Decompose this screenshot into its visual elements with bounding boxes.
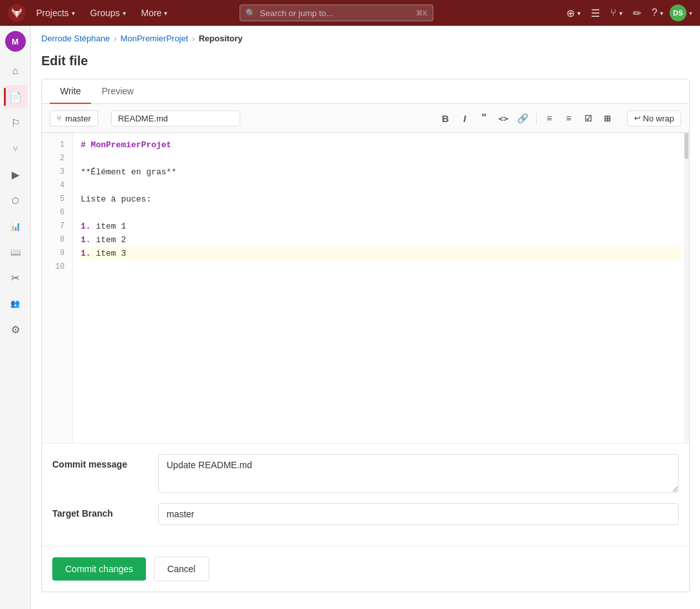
edit-icon-btn[interactable]: ✏ [629, 5, 645, 22]
bold-button[interactable]: B [437, 109, 455, 127]
home-icon: ⌂ [12, 65, 19, 77]
topnav: Projects ▾ Groups ▾ More ▾ 🔍 Search or j… [0, 0, 700, 26]
line-num-6: 6 [42, 206, 72, 220]
code-line-10 [81, 260, 681, 274]
table-button[interactable]: ⊞ [599, 109, 617, 127]
code-editor[interactable]: 1 2 3 4 5 6 7 8 9 10 # MonPremierProjet [42, 133, 689, 443]
breadcrumb: Derrode Stéphane › MonPremierProjet › Re… [31, 26, 700, 48]
help-chevron-icon: ▾ [660, 10, 663, 17]
code-line-2 [81, 152, 681, 165]
code-line-5: Liste à puces: [81, 192, 681, 206]
target-branch-row: Target Branch [52, 503, 679, 525]
commit-message-label: Commit message [52, 454, 143, 470]
issues-icon: ⚐ [11, 117, 20, 129]
ordered-list-button[interactable]: ≡ [560, 109, 578, 127]
gitlab-logo[interactable] [8, 4, 26, 22]
sidebar-item-issues[interactable]: ⚐ [4, 111, 27, 134]
breadcrumb-sep-2: › [192, 34, 194, 43]
groups-menu[interactable]: Groups ▾ [85, 5, 131, 21]
unordered-list-button[interactable]: ≡ [540, 109, 559, 127]
packages-icon: ⬡ [12, 196, 19, 205]
settings-icon: ⚙ [11, 324, 20, 336]
line-num-8: 8 [42, 233, 72, 247]
search-bar[interactable]: 🔍 Search or jump to... ⌘K [240, 5, 433, 21]
help-icon-btn[interactable]: ? ▾ [648, 5, 667, 21]
branch-icon: ⑂ [57, 114, 61, 123]
code-line-4 [81, 179, 681, 192]
nowrap-button[interactable]: ↩ No wrap [627, 110, 681, 127]
more-menu[interactable]: More ▾ [136, 5, 173, 21]
commit-actions: Commit changes Cancel [42, 546, 689, 592]
code-line-8: 1. item 2 [81, 233, 681, 247]
line-num-1: 1 [42, 138, 72, 152]
code-line-6 [81, 206, 681, 220]
cicd-icon: ▶ [12, 169, 19, 181]
sidebar-item-merge-requests[interactable]: ⑂ [4, 137, 27, 160]
line-num-4: 4 [42, 179, 72, 192]
merge-requests-icon-btn[interactable]: ⑂ ▾ [606, 5, 626, 21]
sidebar-item-wiki[interactable]: 📖 [4, 240, 27, 263]
editor-card: Write Preview ⑂ master B I " [41, 79, 690, 592]
repository-icon: 📄 [9, 91, 22, 103]
search-shortcut: ⌘K [416, 9, 427, 17]
quote-button[interactable]: " [475, 109, 493, 127]
more-chevron-icon: ▾ [164, 10, 167, 17]
commit-message-row: Commit message Update README.md [52, 454, 679, 493]
breadcrumb-current: Repository [199, 34, 243, 43]
new-item-chevron-icon: ▾ [577, 10, 581, 17]
page-layout: M ⌂ 📄 ⚐ ⑂ ▶ ⬡ 📊 📖 ✂ 👥 ⚙ [0, 26, 700, 609]
scrollbar[interactable] [684, 133, 689, 443]
members-icon: 👥 [10, 299, 20, 308]
new-item-button[interactable]: ⊕ ▾ [562, 5, 584, 22]
sidebar-item-cicd[interactable]: ▶ [4, 163, 27, 186]
page-title: Edit file [41, 54, 690, 68]
code-button[interactable]: <> [495, 109, 513, 127]
line-num-7: 7 [42, 220, 72, 233]
code-line-1: # MonPremierProjet [81, 138, 681, 152]
filename-input[interactable] [111, 110, 240, 127]
scrollbar-thumb [685, 133, 688, 159]
branch-selector[interactable]: ⑂ master [50, 110, 98, 127]
tab-preview[interactable]: Preview [91, 79, 144, 104]
sidebar-item-packages[interactable]: ⬡ [4, 189, 27, 212]
code-content[interactable]: # MonPremierProjet **Élément en gras** L… [73, 133, 689, 443]
mr-chevron-icon: ▾ [619, 10, 623, 17]
snippets-icon: ✂ [11, 272, 19, 284]
project-avatar[interactable]: M [5, 31, 26, 52]
task-list-button[interactable]: ☑ [579, 109, 597, 127]
sidebar-item-home[interactable]: ⌂ [4, 59, 27, 83]
todo-icon-btn[interactable]: ☰ [587, 5, 604, 22]
code-line-9: 1. item 3 [81, 247, 681, 260]
editor-toolbar: ⑂ master B I " <> 🔗 ≡ ≡ [42, 104, 689, 133]
target-branch-input[interactable] [158, 503, 679, 525]
projects-menu[interactable]: Projects ▾ [31, 5, 80, 21]
sidebar-item-snippets[interactable]: ✂ [4, 266, 27, 289]
sidebar-item-settings[interactable]: ⚙ [4, 318, 27, 341]
link-button[interactable]: 🔗 [514, 109, 532, 127]
toolbar-formatting-icons: B I " <> 🔗 ≡ ≡ ☑ ⊞ [437, 109, 617, 127]
sidebar-item-analytics[interactable]: 📊 [4, 214, 27, 238]
code-line-7: 1. item 1 [81, 220, 681, 233]
main-content: Derrode Stéphane › MonPremierProjet › Re… [31, 26, 700, 609]
commit-message-input[interactable]: Update README.md [158, 454, 679, 493]
sidebar-item-repository[interactable]: 📄 [4, 85, 27, 108]
code-line-3: **Élément en gras** [81, 165, 681, 179]
commit-changes-button[interactable]: Commit changes [52, 557, 146, 581]
line-num-2: 2 [42, 152, 72, 165]
breadcrumb-project-link[interactable]: MonPremierProjet [121, 34, 189, 43]
tab-write[interactable]: Write [50, 79, 91, 104]
italic-button[interactable]: I [456, 109, 474, 127]
merge-requests-icon: ⑂ [13, 144, 18, 154]
wrap-icon: ↩ [634, 114, 641, 123]
page-content: Edit file Write Preview ⑂ master [31, 48, 700, 608]
avatar-chevron-icon: ▾ [689, 10, 692, 17]
cancel-button[interactable]: Cancel [154, 557, 209, 581]
plus-icon: ⊕ [566, 7, 575, 19]
merge-requests-nav-icon: ⑂ [610, 7, 617, 19]
sidebar-item-members[interactable]: 👥 [4, 292, 27, 315]
user-avatar-menu[interactable]: DS [670, 5, 686, 21]
line-num-5: 5 [42, 192, 72, 206]
breadcrumb-user-link[interactable]: Derrode Stéphane [41, 34, 110, 43]
analytics-icon: 📊 [10, 222, 21, 231]
help-icon: ? [652, 7, 657, 19]
